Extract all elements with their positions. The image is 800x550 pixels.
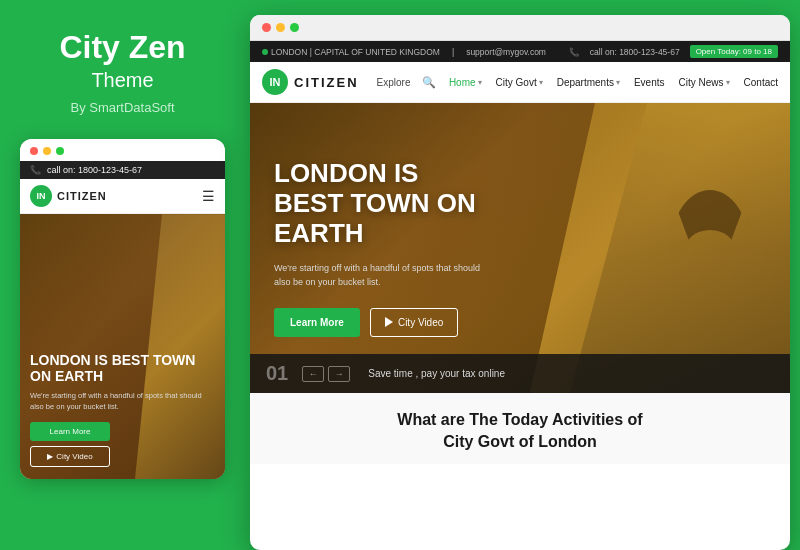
mobile-topbar: 📞 call on: 1800-123-45-67 <box>20 161 225 179</box>
site-open-badge: Open Today: 09 to 18 <box>690 45 778 58</box>
site-hero-title: LONDON ISBEST TOWN ONEARTH <box>274 159 534 249</box>
site-location-text: LONDON | CAPITAL OF UNITED KINGDOM <box>271 47 440 57</box>
learn-more-button[interactable]: Learn More <box>274 308 360 337</box>
mobile-dot-green <box>56 147 64 155</box>
hero-bottom-text: Save time , pay your tax online <box>368 368 505 379</box>
site-hero: LONDON ISBEST TOWN ONEARTH We're startin… <box>250 103 790 393</box>
site-topbar-right: 📞 call on: 1800-123-45-67 Open Today: 09… <box>569 45 778 58</box>
mobile-learn-more-button[interactable]: Learn More <box>30 422 110 441</box>
chevron-down-icon: ▾ <box>726 78 730 87</box>
mobile-phone-text: call on: 1800-123-45-67 <box>47 165 142 175</box>
browser-dot-green <box>290 23 299 32</box>
chevron-down-icon: ▾ <box>539 78 543 87</box>
theme-subtitle: Theme <box>91 69 153 92</box>
chevron-down-icon: ▾ <box>616 78 620 87</box>
browser-titlebar <box>250 15 790 41</box>
phone-icon: 📞 <box>30 165 41 175</box>
nav-item-city-govt[interactable]: City Govt ▾ <box>496 77 543 88</box>
mobile-dot-yellow <box>43 147 51 155</box>
play-icon <box>385 317 393 327</box>
site-navbar: IN CITIZEN Explore 🔍 Home ▾ City Govt ▾ … <box>250 62 790 103</box>
prev-arrow[interactable]: ← <box>302 366 324 382</box>
hero-navigation-arrows: ← → <box>302 366 350 382</box>
site-email: support@mygov.com <box>466 47 546 57</box>
mobile-window-dots <box>20 139 225 161</box>
mobile-logo-icon: IN <box>30 185 52 207</box>
mobile-logo-text: CITIZEN <box>57 190 107 202</box>
location-dot <box>262 49 268 55</box>
city-video-button[interactable]: City Video <box>370 308 458 337</box>
hamburger-icon[interactable]: ☰ <box>202 188 215 204</box>
site-logo-text: CITIZEN <box>294 75 359 90</box>
nav-item-contact[interactable]: Contact <box>744 77 778 88</box>
site-topbar-separator: | <box>452 47 454 57</box>
left-panel: City Zen Theme By SmartDataSoft 📞 call o… <box>0 0 245 550</box>
site-topbar-left: LONDON | CAPITAL OF UNITED KINGDOM | sup… <box>262 47 546 57</box>
theme-title: City Zen <box>59 30 185 65</box>
mobile-mockup: 📞 call on: 1800-123-45-67 IN CITIZEN ☰ L… <box>20 139 225 479</box>
mobile-hero-title: LONDON IS BEST TOWN ON EARTH <box>30 352 215 386</box>
site-hero-desc: We're starting off with a handful of spo… <box>274 261 494 290</box>
mobile-play-icon: ▶ <box>47 452 53 461</box>
browser-mockup: LONDON | CAPITAL OF UNITED KINGDOM | sup… <box>250 15 790 550</box>
nav-item-events[interactable]: Events <box>634 77 665 88</box>
mobile-city-video-button[interactable]: ▶ City Video <box>30 446 110 467</box>
site-hero-buttons: Learn More City Video <box>274 308 766 337</box>
nav-item-home[interactable]: Home ▾ <box>449 77 482 88</box>
site-topbar: LONDON | CAPITAL OF UNITED KINGDOM | sup… <box>250 41 790 62</box>
site-below-section: What are The Today Activities ofCity Gov… <box>250 393 790 464</box>
mobile-navbar: IN CITIZEN ☰ <box>20 179 225 214</box>
mobile-hero-desc: We're starting off with a handful of spo… <box>30 391 215 412</box>
next-arrow[interactable]: → <box>328 366 350 382</box>
mobile-logo: IN CITIZEN <box>30 185 107 207</box>
site-logo-icon: IN <box>262 69 288 95</box>
mobile-arch-decoration <box>135 214 225 479</box>
site-below-title: What are The Today Activities ofCity Gov… <box>274 409 766 454</box>
site-hero-bottom-bar: 01 ← → Save time , pay your tax online <box>250 354 790 393</box>
mobile-hero: LONDON IS BEST TOWN ON EARTH We're start… <box>20 214 225 479</box>
search-icon[interactable]: 🔍 <box>422 76 436 89</box>
site-phone: call on: 1800-123-45-67 <box>590 47 680 57</box>
chevron-down-icon: ▾ <box>478 78 482 87</box>
site-logo[interactable]: IN CITIZEN <box>262 69 359 95</box>
site-location: LONDON | CAPITAL OF UNITED KINGDOM <box>262 47 440 57</box>
theme-by: By SmartDataSoft <box>70 100 174 115</box>
mobile-dot-red <box>30 147 38 155</box>
browser-dot-yellow <box>276 23 285 32</box>
site-phone-icon: 📞 <box>569 47 580 57</box>
site-nav-explore[interactable]: Explore <box>377 77 411 88</box>
nav-item-city-news[interactable]: City News ▾ <box>679 77 730 88</box>
browser-dot-red <box>262 23 271 32</box>
nav-item-departments[interactable]: Departments ▾ <box>557 77 620 88</box>
hero-slide-number: 01 <box>266 362 288 385</box>
site-hero-arch-detail <box>670 190 750 310</box>
site-nav-right: Home ▾ City Govt ▾ Departments ▾ Events … <box>449 77 778 88</box>
